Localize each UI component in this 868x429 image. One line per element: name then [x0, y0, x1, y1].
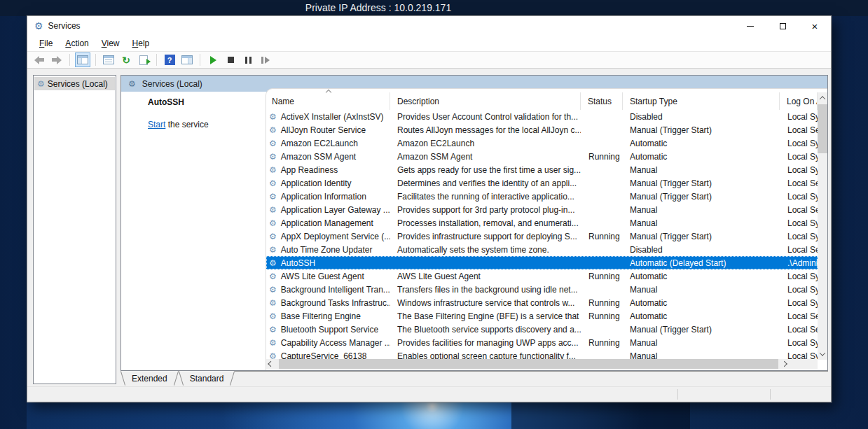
service-row[interactable]: ⚙ Amazon EC2Launch Amazon EC2Launch Auto…: [266, 136, 818, 150]
menu-action[interactable]: Action: [59, 36, 95, 50]
service-startup-type: Manual: [623, 165, 780, 175]
restart-service-button[interactable]: [258, 52, 273, 67]
service-startup-type: Manual: [623, 285, 780, 295]
service-status: Running: [581, 272, 623, 281]
service-row[interactable]: ⚙ ActiveX Installer (AxInstSV) Provides …: [266, 110, 818, 123]
column-header-name[interactable]: Name: [266, 92, 390, 110]
service-name: App Readiness: [281, 165, 338, 175]
scroll-left-button[interactable]: [266, 359, 277, 369]
service-gear-icon: ⚙: [269, 286, 277, 294]
forward-button[interactable]: [49, 52, 64, 67]
service-row[interactable]: ⚙ Background Tasks Infrastruc... Windows…: [266, 296, 818, 309]
scroll-right-button[interactable]: [780, 359, 791, 369]
service-row[interactable]: ⚙ Capability Access Manager ... Provides…: [266, 336, 818, 349]
service-name-cell: ⚙ ActiveX Installer (AxInstSV): [266, 112, 390, 122]
vertical-scrollbar-thumb[interactable]: [818, 104, 827, 153]
start-service-button[interactable]: [205, 52, 221, 67]
service-row[interactable]: ⚙ CaptureService_66138 Enables optional …: [266, 349, 818, 360]
service-name: AWS Lite Guest Agent: [281, 272, 364, 281]
column-header-startup-type[interactable]: Startup Type: [623, 92, 780, 110]
horizontal-scrollbar[interactable]: [266, 359, 818, 369]
service-gear-icon: ⚙: [269, 166, 277, 174]
pause-service-button[interactable]: [240, 52, 256, 67]
services-list: ⚙ ActiveX Installer (AxInstSV) Provides …: [266, 110, 818, 360]
service-row[interactable]: ⚙ Application Layer Gateway ... Provides…: [266, 203, 818, 216]
service-startup-type: Disabled: [623, 112, 780, 122]
service-status: Running: [581, 232, 623, 241]
tree-item-services-local[interactable]: ⚙ Services (Local): [34, 77, 115, 90]
export-list-button[interactable]: [136, 52, 151, 67]
service-name-cell: ⚙ Amazon EC2Launch: [266, 139, 390, 148]
service-gear-icon: ⚙: [269, 126, 277, 134]
service-name-cell: ⚙ Background Intelligent Tran...: [266, 285, 390, 295]
desktop-top-banner: Private IP Address : 10.0.219.171: [0, 0, 868, 16]
service-name: Amazon EC2Launch: [281, 139, 358, 148]
column-header-status[interactable]: Status: [581, 92, 623, 110]
service-name: AllJoyn Router Service: [281, 125, 366, 135]
service-row[interactable]: ⚙ Base Filtering Engine The Base Filteri…: [266, 309, 818, 323]
refresh-button[interactable]: ↻: [118, 52, 134, 67]
service-gear-icon: ⚙: [269, 219, 277, 227]
help-button[interactable]: ?: [162, 52, 177, 67]
service-row[interactable]: ⚙ Amazon SSM Agent Amazon SSM Agent Runn…: [266, 150, 818, 163]
service-name-cell: ⚙ AllJoyn Router Service: [266, 125, 390, 135]
column-header-log-on-as[interactable]: Log On A: [780, 92, 818, 110]
service-gear-icon: ⚙: [269, 179, 277, 188]
service-row[interactable]: ⚙ Bluetooth Support Service The Bluetoot…: [266, 323, 818, 336]
close-button[interactable]: ×: [799, 16, 831, 36]
vertical-scrollbar[interactable]: [818, 92, 827, 360]
service-name-cell: ⚙ Capability Access Manager ...: [266, 338, 390, 348]
service-row[interactable]: ⚙ AutoSSH Automatic (Delayed Start) .\Ad…: [266, 256, 818, 269]
maximize-icon: [780, 23, 786, 29]
stop-service-button[interactable]: [223, 52, 238, 67]
menu-file[interactable]: File: [33, 36, 59, 50]
service-startup-type: Automatic (Delayed Start): [623, 258, 780, 268]
service-action-line: Start the service: [148, 120, 209, 129]
service-description: Amazon EC2Launch: [390, 139, 581, 148]
service-name: Application Management: [281, 218, 373, 228]
service-gear-icon: ⚙: [269, 339, 277, 347]
service-log-on-as: Local Sys: [780, 232, 818, 241]
tab-extended[interactable]: Extended: [120, 371, 179, 386]
service-startup-type: Manual (Trigger Start): [623, 232, 780, 241]
back-button[interactable]: [32, 52, 47, 67]
service-name-cell: ⚙ AutoSSH: [266, 258, 390, 268]
service-description: Provides facilities for managing UWP app…: [390, 338, 581, 348]
title-bar: ⚙ Services ×: [27, 16, 831, 36]
service-row[interactable]: ⚙ AllJoyn Router Service Routes AllJoyn …: [266, 123, 818, 136]
tab-standard[interactable]: Standard: [179, 371, 235, 386]
maximize-button[interactable]: [766, 16, 799, 36]
scroll-up-button[interactable]: [818, 92, 827, 104]
service-startup-type: Manual (Trigger Start): [623, 125, 780, 135]
service-startup-type: Manual (Trigger Start): [623, 325, 780, 335]
service-startup-type: Automatic: [623, 272, 780, 281]
service-row[interactable]: ⚙ App Readiness Gets apps ready for use …: [266, 163, 818, 176]
menu-view[interactable]: View: [95, 36, 126, 50]
scroll-down-button[interactable]: [818, 349, 827, 360]
panel-header-label: Services (Local): [142, 79, 202, 89]
service-log-on-as: Local Sys: [780, 112, 818, 122]
service-row[interactable]: ⚙ AWS Lite Guest Agent AWS Lite Guest Ag…: [266, 269, 818, 283]
service-row[interactable]: ⚙ Application Information Facilitates th…: [266, 190, 818, 203]
services-panel: ⚙ Services (Local) AutoSSH Start the ser…: [120, 75, 828, 371]
service-row[interactable]: ⚙ Application Identity Determines and ve…: [266, 176, 818, 190]
service-status: Running: [581, 311, 623, 321]
service-log-on-as: Local Sys: [780, 285, 818, 295]
service-row[interactable]: ⚙ AppX Deployment Service (... Provides …: [266, 230, 818, 243]
column-header-description[interactable]: Description: [390, 92, 581, 110]
service-row[interactable]: ⚙ Background Intelligent Tran... Transfe…: [266, 283, 818, 296]
service-row[interactable]: ⚙ Application Management Processes insta…: [266, 216, 818, 230]
show-action-pane-button[interactable]: [179, 52, 195, 67]
play-icon: [210, 56, 216, 64]
start-service-link[interactable]: Start: [148, 120, 165, 129]
service-row[interactable]: ⚙ Auto Time Zone Updater Automatically s…: [266, 243, 818, 256]
minimize-button[interactable]: [734, 16, 766, 36]
menu-help[interactable]: Help: [126, 36, 156, 50]
service-log-on-as: Local Ser: [780, 125, 818, 135]
forward-arrow-icon: [52, 56, 62, 64]
show-console-tree-button[interactable]: [75, 52, 90, 67]
horizontal-scrollbar-thumb[interactable]: [279, 359, 778, 369]
service-gear-icon: ⚙: [269, 232, 277, 241]
toolbar-separator: [200, 54, 200, 66]
properties-button[interactable]: [101, 52, 116, 67]
